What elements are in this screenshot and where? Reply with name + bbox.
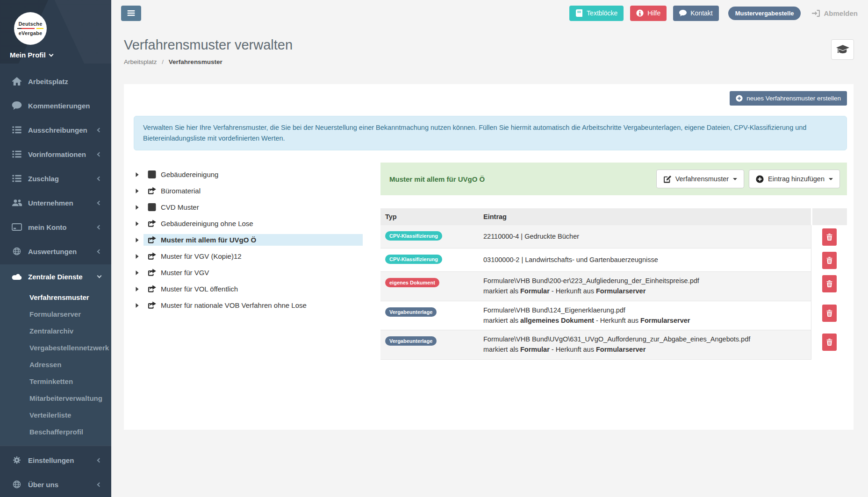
- tree-item[interactable]: CVD Muster: [134, 199, 363, 215]
- sidebar-subitem[interactable]: Vergabestellennetzwerk: [0, 339, 111, 356]
- delete-entry-button[interactable]: [822, 252, 837, 269]
- globe-icon: [12, 247, 22, 256]
- sidebar-subitem[interactable]: Formularserver: [0, 305, 111, 322]
- sidebar-item-label: Einstellungen: [28, 456, 74, 464]
- sidebar-item-label: Unternehmen: [28, 199, 73, 207]
- logout-label: Abmelden: [824, 9, 858, 17]
- menu-toggle-button[interactable]: [121, 6, 141, 21]
- topbar-button[interactable]: Textblöcke: [569, 6, 624, 21]
- caret-right-icon[interactable]: [136, 189, 139, 193]
- logo-flag-rule: [17, 28, 43, 29]
- tree-item[interactable]: Büromaterial: [134, 183, 363, 199]
- caret-right-icon[interactable]: [136, 270, 139, 275]
- plus-dark-icon: [756, 175, 764, 183]
- page-title: Verfahrensmuster verwalten: [124, 37, 293, 53]
- sidebar-item[interactable]: Vorinformationen: [0, 142, 111, 166]
- share-icon: [147, 285, 157, 293]
- tree-item-label: Gebäudereinigung ohne Lose: [161, 220, 253, 227]
- card-toolbar: neues Verfahrensmuster erstellen: [134, 91, 847, 106]
- caret-right-icon[interactable]: [136, 221, 139, 226]
- column-header-actions: [811, 208, 847, 225]
- topbar-button[interactable]: Kontakt: [673, 6, 718, 21]
- trash-icon: [826, 310, 832, 317]
- tree-item[interactable]: Gebäudereinigung ohne Lose: [134, 215, 363, 232]
- caret-right-icon[interactable]: [136, 287, 139, 291]
- sidebar-menu-top: Arbeitsplatz Kommentierungen Ausschreibu…: [0, 69, 111, 263]
- content-columns: Gebäudereinigung Büromaterial: [134, 163, 847, 360]
- sidebar-subitem[interactable]: Verfahrensmuster: [0, 289, 111, 305]
- deutsche-evergabe-logo: Deutsche eVergabe: [14, 12, 47, 45]
- sidebar-item[interactable]: Auswertungen: [0, 239, 111, 263]
- sidebar-item[interactable]: mein Konto: [0, 215, 111, 239]
- sidebar-subitem[interactable]: Beschafferprofil: [0, 423, 111, 440]
- tree-item-label: Büromaterial: [161, 187, 201, 195]
- trash-icon: [826, 234, 832, 241]
- tree-item[interactable]: Muster für VOL öffentlich: [134, 281, 363, 297]
- tutorial-button[interactable]: [831, 39, 854, 60]
- sidebar-item[interactable]: Kommentierungen: [0, 93, 111, 118]
- sidebar-item[interactable]: Ausschreibungen: [0, 118, 111, 142]
- breadcrumb-item[interactable]: Arbeitsplatz: [124, 58, 157, 65]
- logout-button[interactable]: Abmelden: [812, 9, 858, 17]
- sidebar-subitem[interactable]: Mitarbeiterverwaltung: [0, 390, 111, 406]
- cloud-icon: [12, 272, 22, 281]
- sidebar-item[interactable]: Unternehmen: [0, 191, 111, 215]
- entry-text: 03100000-2 | Landwirtschafts- und Garten…: [483, 255, 807, 265]
- table-header: Typ Eintrag: [380, 208, 847, 225]
- entry-text: 22110000-4 | Gedruckte Bücher: [483, 232, 807, 242]
- table-row: Vergabeunterlage Formulare\VHB Bund\124_…: [380, 301, 847, 331]
- entries-table: Typ Eintrag CPV-Klassifizierung: [380, 208, 847, 360]
- caret-right-icon[interactable]: [136, 205, 139, 210]
- sidebar-subitem[interactable]: Zentralarchiv: [0, 322, 111, 339]
- sidebar-item-label: Vorinformationen: [28, 150, 86, 158]
- detail-dropdown-button[interactable]: Eintrag hinzufügen: [749, 170, 840, 188]
- create-template-button[interactable]: neues Verfahrensmuster erstellen: [730, 91, 847, 106]
- chevron-left-icon: [97, 176, 102, 181]
- sidebar-item[interactable]: Arbeitsplatz: [0, 69, 111, 93]
- topbar-right: Textblöcke Hilfe Kontakt Mustervergabest…: [569, 6, 858, 21]
- sidebar-item[interactable]: Über uns: [0, 472, 111, 497]
- detail-button-label: Verfahrensmuster: [675, 175, 729, 183]
- main-area: Textblöcke Hilfe Kontakt Mustervergabest…: [111, 0, 868, 497]
- sidebar-item[interactable]: Einstellungen: [0, 448, 111, 472]
- logo-block: Deutsche eVergabe Mein Profil: [0, 0, 111, 64]
- caret-right-icon[interactable]: [136, 254, 139, 259]
- sidebar-subitem[interactable]: Terminketten: [0, 373, 111, 390]
- share-icon: [147, 187, 157, 195]
- chevron-left-icon: [97, 249, 102, 254]
- tree-item[interactable]: Muster für VGV: [134, 264, 363, 281]
- delete-entry-button[interactable]: [822, 334, 837, 351]
- tree-item[interactable]: Gebäudereinigung: [134, 166, 363, 183]
- tree-item[interactable]: Muster mit allem für UVgO Ö: [134, 232, 363, 248]
- delete-entry-button[interactable]: [822, 305, 837, 322]
- detail-panel: Muster mit allem für UVgO Ö Verfahrensmu…: [380, 163, 847, 360]
- trash-icon: [826, 257, 832, 264]
- type-badge: Vergabeunterlage: [385, 336, 437, 346]
- tree-item-label: CVD Muster: [161, 203, 199, 211]
- delete-entry-button[interactable]: [822, 275, 837, 292]
- sidebar-item-zentrale-dienste[interactable]: Zentrale Dienste: [0, 264, 111, 289]
- sidebar-subitem[interactable]: Verteilerliste: [0, 406, 111, 423]
- type-badge: CPV-Klassifizierung: [385, 255, 442, 264]
- plus-circle-icon: [736, 95, 743, 102]
- caret-right-icon[interactable]: [136, 303, 139, 308]
- content-card: neues Verfahrensmuster erstellen Verwalt…: [124, 84, 854, 430]
- sidebar-item-label: Auswertungen: [28, 248, 77, 256]
- sidebar-item[interactable]: Zuschlag: [0, 166, 111, 191]
- caret-right-icon[interactable]: [136, 172, 139, 177]
- topbar-button[interactable]: Hilfe: [630, 6, 667, 21]
- tree-item[interactable]: Muster für nationale VOB Verfahren ohne …: [134, 297, 363, 313]
- sidebar-group-zentrale-dienste: Zentrale Dienste Verfahrensmuster Formul…: [0, 264, 111, 446]
- chevron-left-icon: [97, 152, 102, 156]
- detail-dropdown-button[interactable]: Verfahrensmuster: [656, 170, 744, 188]
- square-icon: [147, 203, 157, 211]
- caret-right-icon[interactable]: [136, 238, 139, 242]
- delete-entry-button[interactable]: [822, 228, 837, 246]
- sidebar-subitem[interactable]: Adressen: [0, 356, 111, 373]
- share-icon: [147, 252, 157, 260]
- profile-menu[interactable]: Mein Profil: [10, 51, 111, 59]
- tree-item[interactable]: Muster für VGV (Kopie)12: [134, 248, 363, 264]
- entry-meta: markiert als Formular - Herkunft aus For…: [483, 345, 807, 355]
- caret-down-icon: [829, 178, 833, 180]
- globe-icon: [12, 480, 22, 489]
